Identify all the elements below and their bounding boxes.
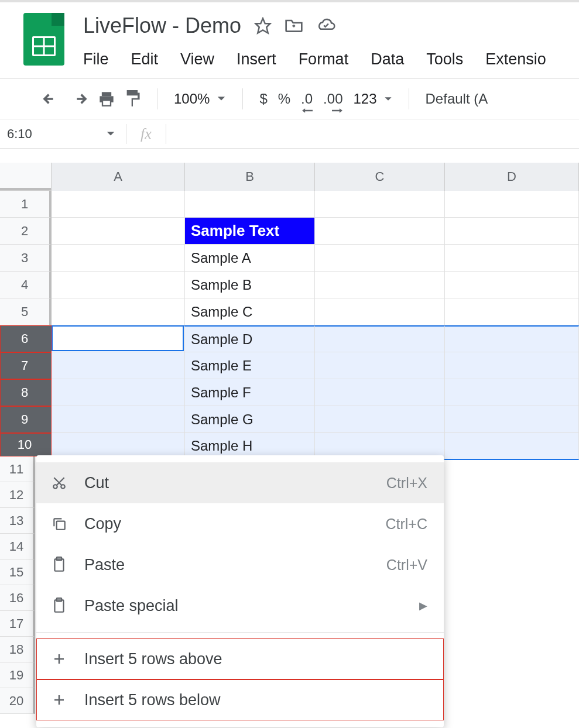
redo-icon[interactable]: [70, 92, 88, 105]
cell[interactable]: [52, 325, 185, 352]
cell[interactable]: [445, 406, 579, 433]
cell[interactable]: [445, 352, 579, 379]
svg-point-6: [61, 485, 65, 489]
cell[interactable]: [52, 191, 185, 218]
row-header[interactable]: 8: [0, 379, 52, 406]
cell[interactable]: [315, 298, 445, 325]
cell[interactable]: Sample F: [185, 379, 315, 406]
menu-extensions[interactable]: Extensio: [485, 50, 546, 68]
row-header[interactable]: 6: [0, 325, 52, 352]
cell[interactable]: Sample B: [185, 272, 315, 298]
row-header[interactable]: 18: [0, 637, 35, 662]
row-header[interactable]: 15: [0, 559, 35, 585]
row-header[interactable]: 16: [0, 585, 35, 611]
select-all-corner[interactable]: [0, 163, 52, 190]
row-header[interactable]: 2: [0, 218, 52, 245]
cell[interactable]: [185, 191, 315, 218]
menu-file[interactable]: File: [83, 50, 109, 68]
print-icon[interactable]: [98, 91, 115, 107]
cell[interactable]: Sample G: [185, 406, 315, 433]
cell[interactable]: [445, 245, 579, 272]
row-header[interactable]: 10: [0, 433, 52, 456]
document-title[interactable]: LiveFlow - Demo: [83, 13, 241, 38]
context-paste[interactable]: Paste Ctrl+V: [36, 544, 444, 585]
row-header[interactable]: 14: [0, 534, 35, 559]
cell[interactable]: [315, 245, 445, 272]
row-header[interactable]: 13: [0, 508, 35, 534]
menu-view[interactable]: View: [180, 50, 214, 68]
formula-input[interactable]: [166, 119, 579, 148]
svg-rect-3: [102, 100, 111, 105]
cell[interactable]: [52, 245, 185, 272]
row-header[interactable]: 4: [0, 272, 52, 298]
cell[interactable]: [445, 325, 579, 352]
cell[interactable]: [445, 272, 579, 298]
app-header: LiveFlow - Demo File Edit View Insert Fo…: [0, 2, 579, 78]
cell[interactable]: [52, 379, 185, 406]
menu-edit[interactable]: Edit: [131, 50, 159, 68]
cell[interactable]: [52, 298, 185, 325]
currency-button[interactable]: $: [259, 91, 267, 107]
context-menu: Cut Ctrl+X Copy Ctrl+C Paste Ctrl+V Past…: [36, 455, 444, 727]
chevron-down-icon[interactable]: [106, 131, 115, 137]
context-insert-rows-above[interactable]: Insert 5 rows above: [36, 638, 444, 679]
row-header[interactable]: 1: [0, 191, 52, 218]
context-cut[interactable]: Cut Ctrl+X: [36, 462, 444, 503]
name-box[interactable]: 6:10: [0, 119, 126, 148]
decrease-decimal-button[interactable]: .0: [301, 91, 313, 107]
col-header-a[interactable]: A: [52, 163, 185, 191]
number-format-dropdown[interactable]: 123: [353, 91, 392, 107]
paste-icon: [49, 557, 69, 573]
cell[interactable]: Sample E: [185, 352, 315, 379]
context-insert-rows-below[interactable]: Insert 5 rows below: [36, 679, 444, 720]
cell[interactable]: [445, 379, 579, 406]
row-header[interactable]: 3: [0, 245, 52, 272]
cell[interactable]: [445, 298, 579, 325]
cell[interactable]: [445, 218, 579, 245]
cloud-status-icon[interactable]: [316, 17, 336, 35]
cell[interactable]: Sample D: [185, 325, 315, 352]
context-paste-special[interactable]: Paste special ▶: [36, 585, 444, 626]
zoom-dropdown[interactable]: 100%: [174, 91, 226, 107]
sheets-logo-icon[interactable]: [23, 13, 64, 66]
cell[interactable]: [315, 191, 445, 218]
menu-tools[interactable]: Tools: [426, 50, 463, 68]
menu-data[interactable]: Data: [371, 50, 404, 68]
cell[interactable]: Sample A: [185, 245, 315, 272]
cell[interactable]: [315, 218, 445, 245]
star-icon[interactable]: [254, 17, 272, 35]
col-header-d[interactable]: D: [445, 163, 579, 191]
svg-rect-1: [102, 92, 111, 96]
cell[interactable]: Sample C: [185, 298, 315, 325]
row-header[interactable]: 5: [0, 298, 52, 325]
undo-icon[interactable]: [42, 92, 60, 105]
cell[interactable]: [52, 272, 185, 298]
cell[interactable]: [52, 406, 185, 433]
increase-decimal-button[interactable]: .00: [323, 91, 342, 107]
menu-insert[interactable]: Insert: [237, 50, 276, 68]
cell[interactable]: [315, 272, 445, 298]
row-header[interactable]: 20: [0, 688, 35, 714]
menu-format[interactable]: Format: [299, 50, 349, 68]
cell[interactable]: [315, 406, 445, 433]
cell[interactable]: [315, 352, 445, 379]
percent-button[interactable]: %: [278, 91, 290, 107]
paint-format-icon[interactable]: [125, 90, 141, 108]
cell[interactable]: [315, 325, 445, 352]
font-dropdown[interactable]: Default (A: [426, 91, 488, 107]
row-header[interactable]: 9: [0, 406, 52, 433]
col-header-b[interactable]: B: [185, 163, 315, 191]
cell[interactable]: [315, 379, 445, 406]
cell[interactable]: Sample Text: [185, 218, 315, 245]
cell[interactable]: [52, 218, 185, 245]
row-header[interactable]: 12: [0, 482, 35, 508]
row-header[interactable]: 7: [0, 352, 52, 379]
col-header-c[interactable]: C: [315, 163, 445, 191]
row-header[interactable]: 17: [0, 611, 35, 637]
cell[interactable]: [52, 352, 185, 379]
context-copy[interactable]: Copy Ctrl+C: [36, 503, 444, 544]
row-header[interactable]: 19: [0, 662, 35, 688]
move-icon[interactable]: [285, 17, 303, 35]
row-header[interactable]: 11: [0, 456, 35, 482]
cell[interactable]: [445, 191, 579, 218]
